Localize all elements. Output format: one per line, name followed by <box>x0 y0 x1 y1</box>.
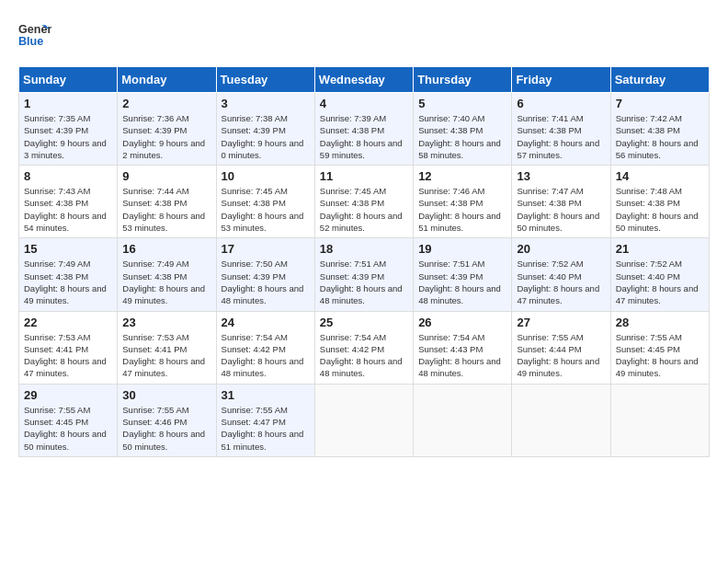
day-number: 9 <box>122 169 210 183</box>
calendar-week-1: 1Sunrise: 7:35 AMSunset: 4:39 PMDaylight… <box>19 93 710 166</box>
calendar-cell: 1Sunrise: 7:35 AMSunset: 4:39 PMDaylight… <box>19 93 118 166</box>
day-content: Sunrise: 7:50 AMSunset: 4:39 PMDaylight:… <box>222 258 310 306</box>
day-number: 6 <box>517 97 605 110</box>
day-content: Sunrise: 7:54 AMSunset: 4:42 PMDaylight:… <box>320 331 408 380</box>
calendar-cell: 28Sunrise: 7:55 AMSunset: 4:45 PMDayligh… <box>610 311 709 384</box>
day-number: 20 <box>517 242 605 256</box>
calendar-table: SundayMondayTuesdayWednesdayThursdayFrid… <box>18 66 710 457</box>
calendar-cell: 15Sunrise: 7:49 AMSunset: 4:38 PMDayligh… <box>19 238 118 311</box>
calendar-week-5: 29Sunrise: 7:55 AMSunset: 4:45 PMDayligh… <box>19 384 710 456</box>
svg-text:Blue: Blue <box>18 35 43 48</box>
day-number: 7 <box>616 97 704 110</box>
day-content: Sunrise: 7:55 AMSunset: 4:45 PMDaylight:… <box>616 331 704 380</box>
day-number: 26 <box>418 316 506 329</box>
calendar-cell: 22Sunrise: 7:53 AMSunset: 4:41 PMDayligh… <box>19 311 118 384</box>
day-content: Sunrise: 7:55 AMSunset: 4:44 PMDaylight:… <box>517 331 605 380</box>
day-number: 27 <box>517 316 605 329</box>
day-number: 4 <box>320 97 408 110</box>
day-number: 2 <box>122 97 210 110</box>
day-content: Sunrise: 7:44 AMSunset: 4:38 PMDaylight:… <box>122 185 210 234</box>
day-number: 31 <box>222 388 310 402</box>
weekday-header-thursday: Thursday <box>414 67 512 93</box>
day-number: 25 <box>320 316 408 329</box>
day-number: 23 <box>122 316 210 329</box>
calendar-cell: 18Sunrise: 7:51 AMSunset: 4:39 PMDayligh… <box>314 238 413 311</box>
calendar-cell: 20Sunrise: 7:52 AMSunset: 4:40 PMDayligh… <box>512 238 610 311</box>
day-content: Sunrise: 7:49 AMSunset: 4:38 PMDaylight:… <box>24 258 112 306</box>
day-number: 17 <box>222 242 310 256</box>
day-number: 18 <box>320 242 408 256</box>
day-content: Sunrise: 7:35 AMSunset: 4:39 PMDaylight:… <box>24 112 112 161</box>
calendar-cell: 21Sunrise: 7:52 AMSunset: 4:40 PMDayligh… <box>610 238 709 311</box>
calendar-cell: 16Sunrise: 7:49 AMSunset: 4:38 PMDayligh… <box>118 238 216 311</box>
day-number: 8 <box>24 169 112 183</box>
calendar-cell: 4Sunrise: 7:39 AMSunset: 4:38 PMDaylight… <box>314 93 413 166</box>
calendar-cell: 13Sunrise: 7:47 AMSunset: 4:38 PMDayligh… <box>512 166 610 238</box>
day-content: Sunrise: 7:38 AMSunset: 4:39 PMDaylight:… <box>222 112 310 161</box>
day-number: 10 <box>222 169 310 183</box>
day-content: Sunrise: 7:40 AMSunset: 4:38 PMDaylight:… <box>418 112 506 161</box>
calendar-cell: 10Sunrise: 7:45 AMSunset: 4:38 PMDayligh… <box>216 166 314 238</box>
calendar-cell: 26Sunrise: 7:54 AMSunset: 4:43 PMDayligh… <box>414 311 512 384</box>
calendar-cell: 6Sunrise: 7:41 AMSunset: 4:38 PMDaylight… <box>512 93 610 166</box>
calendar-cell: 24Sunrise: 7:54 AMSunset: 4:42 PMDayligh… <box>216 311 314 384</box>
day-number: 3 <box>222 97 310 110</box>
calendar-cell: 31Sunrise: 7:55 AMSunset: 4:47 PMDayligh… <box>216 384 314 456</box>
day-content: Sunrise: 7:55 AMSunset: 4:46 PMDaylight:… <box>122 404 210 453</box>
calendar-cell: 30Sunrise: 7:55 AMSunset: 4:46 PMDayligh… <box>118 384 216 456</box>
day-content: Sunrise: 7:53 AMSunset: 4:41 PMDaylight:… <box>122 331 210 380</box>
day-content: Sunrise: 7:48 AMSunset: 4:38 PMDaylight:… <box>616 185 704 234</box>
day-number: 19 <box>418 242 506 256</box>
day-content: Sunrise: 7:49 AMSunset: 4:38 PMDaylight:… <box>122 258 210 306</box>
calendar-cell <box>610 384 709 456</box>
calendar-cell: 12Sunrise: 7:46 AMSunset: 4:38 PMDayligh… <box>414 166 512 238</box>
day-content: Sunrise: 7:51 AMSunset: 4:39 PMDaylight:… <box>418 258 506 306</box>
day-content: Sunrise: 7:52 AMSunset: 4:40 PMDaylight:… <box>517 258 605 306</box>
weekday-header-tuesday: Tuesday <box>216 67 314 93</box>
day-content: Sunrise: 7:55 AMSunset: 4:45 PMDaylight:… <box>24 404 112 453</box>
day-number: 13 <box>517 169 605 183</box>
calendar-cell: 23Sunrise: 7:53 AMSunset: 4:41 PMDayligh… <box>118 311 216 384</box>
weekday-header-sunday: Sunday <box>19 67 118 93</box>
weekday-header-monday: Monday <box>118 67 216 93</box>
day-content: Sunrise: 7:41 AMSunset: 4:38 PMDaylight:… <box>517 112 605 161</box>
calendar-body: 1Sunrise: 7:35 AMSunset: 4:39 PMDaylight… <box>19 93 710 457</box>
calendar-week-2: 8Sunrise: 7:43 AMSunset: 4:38 PMDaylight… <box>19 166 710 238</box>
calendar-cell: 27Sunrise: 7:55 AMSunset: 4:44 PMDayligh… <box>512 311 610 384</box>
logo-icon: General Blue <box>18 18 51 52</box>
calendar-cell: 25Sunrise: 7:54 AMSunset: 4:42 PMDayligh… <box>314 311 413 384</box>
calendar-week-3: 15Sunrise: 7:49 AMSunset: 4:38 PMDayligh… <box>19 238 710 311</box>
calendar-cell: 9Sunrise: 7:44 AMSunset: 4:38 PMDaylight… <box>118 166 216 238</box>
day-content: Sunrise: 7:36 AMSunset: 4:39 PMDaylight:… <box>122 112 210 161</box>
calendar-cell <box>414 384 512 456</box>
calendar-cell: 19Sunrise: 7:51 AMSunset: 4:39 PMDayligh… <box>414 238 512 311</box>
day-content: Sunrise: 7:54 AMSunset: 4:43 PMDaylight:… <box>418 331 506 380</box>
day-number: 11 <box>320 169 408 183</box>
calendar-cell: 8Sunrise: 7:43 AMSunset: 4:38 PMDaylight… <box>19 166 118 238</box>
calendar-cell: 3Sunrise: 7:38 AMSunset: 4:39 PMDaylight… <box>216 93 314 166</box>
calendar-cell: 2Sunrise: 7:36 AMSunset: 4:39 PMDaylight… <box>118 93 216 166</box>
calendar-cell: 29Sunrise: 7:55 AMSunset: 4:45 PMDayligh… <box>19 384 118 456</box>
day-number: 15 <box>24 242 112 256</box>
day-number: 16 <box>122 242 210 256</box>
calendar-cell: 5Sunrise: 7:40 AMSunset: 4:38 PMDaylight… <box>414 93 512 166</box>
day-content: Sunrise: 7:45 AMSunset: 4:38 PMDaylight:… <box>320 185 408 234</box>
page-header: General Blue <box>18 18 710 52</box>
day-number: 30 <box>122 388 210 402</box>
day-number: 28 <box>616 316 704 329</box>
weekday-header-friday: Friday <box>512 67 610 93</box>
day-number: 1 <box>24 97 112 110</box>
calendar-cell: 7Sunrise: 7:42 AMSunset: 4:38 PMDaylight… <box>610 93 709 166</box>
day-content: Sunrise: 7:39 AMSunset: 4:38 PMDaylight:… <box>320 112 408 161</box>
day-content: Sunrise: 7:45 AMSunset: 4:38 PMDaylight:… <box>222 185 310 234</box>
calendar-cell: 11Sunrise: 7:45 AMSunset: 4:38 PMDayligh… <box>314 166 413 238</box>
day-content: Sunrise: 7:46 AMSunset: 4:38 PMDaylight:… <box>418 185 506 234</box>
day-content: Sunrise: 7:43 AMSunset: 4:38 PMDaylight:… <box>24 185 112 234</box>
logo: General Blue <box>18 18 51 52</box>
day-content: Sunrise: 7:52 AMSunset: 4:40 PMDaylight:… <box>616 258 704 306</box>
day-number: 21 <box>616 242 704 256</box>
weekday-header-saturday: Saturday <box>610 67 709 93</box>
day-content: Sunrise: 7:47 AMSunset: 4:38 PMDaylight:… <box>517 185 605 234</box>
weekday-header-wednesday: Wednesday <box>314 67 413 93</box>
day-number: 5 <box>418 97 506 110</box>
